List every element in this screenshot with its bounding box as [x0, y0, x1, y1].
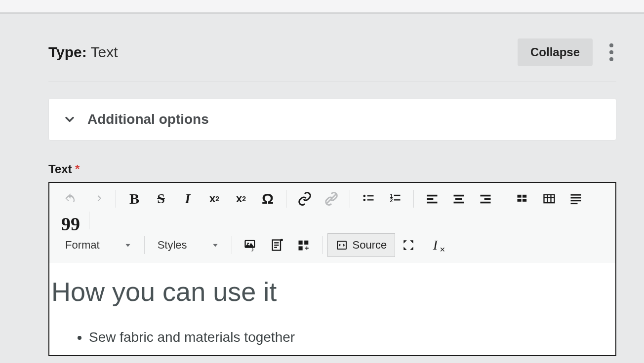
strikethrough-button[interactable]: S	[148, 188, 174, 210]
superscript-button[interactable]: x2	[201, 188, 228, 210]
table-icon	[542, 192, 556, 206]
toolbar-separator	[89, 212, 89, 229]
justify-button[interactable]	[563, 188, 589, 210]
subscript-button[interactable]: x2	[228, 188, 254, 210]
svg-point-3	[363, 199, 366, 201]
type-prefix: Type:	[48, 44, 87, 60]
svg-text:♪: ♪	[251, 246, 254, 252]
remove-format-button[interactable]: I✕	[422, 234, 448, 256]
toolbar-separator	[286, 190, 286, 208]
align-left-icon	[425, 192, 439, 206]
format-dropdown[interactable]: Format	[57, 234, 139, 256]
svg-marker-30	[125, 244, 130, 247]
justify-icon	[569, 192, 583, 206]
styles-dropdown-label: Styles	[158, 239, 187, 252]
svg-rect-43	[298, 246, 302, 250]
blockquote-button[interactable]: 99	[57, 210, 84, 231]
svg-rect-28	[571, 200, 581, 201]
svg-marker-49	[410, 247, 414, 250]
insert-media-button[interactable]: ♪	[237, 234, 264, 256]
italic-button[interactable]: I	[174, 188, 201, 210]
align-center-icon	[452, 192, 466, 206]
insert-grid-button[interactable]	[509, 188, 536, 210]
svg-rect-29	[571, 203, 578, 204]
svg-rect-2	[367, 195, 374, 196]
svg-rect-19	[523, 195, 526, 198]
svg-marker-48	[404, 247, 407, 250]
svg-rect-10	[427, 198, 434, 200]
type-label: Type: Text	[48, 44, 118, 61]
media-icon: ♪	[243, 238, 257, 252]
toolbar-separator	[350, 190, 350, 208]
svg-rect-8	[394, 199, 401, 200]
svg-rect-11	[427, 202, 438, 204]
maximize-button[interactable]	[395, 234, 422, 256]
field-label: Text	[48, 162, 72, 176]
svg-rect-26	[571, 194, 581, 196]
unlink-icon	[324, 191, 339, 206]
link-button[interactable]	[291, 188, 318, 210]
format-dropdown-label: Format	[65, 239, 100, 252]
svg-text:2: 2	[390, 197, 393, 203]
bullet-list-button[interactable]	[355, 188, 382, 210]
required-indicator: *	[75, 162, 80, 176]
svg-rect-13	[455, 198, 462, 200]
svg-rect-22	[544, 195, 555, 203]
chevron-down-icon	[63, 112, 77, 126]
app-header-strip	[0, 0, 644, 14]
source-icon	[336, 239, 348, 251]
unlink-button[interactable]	[318, 188, 345, 210]
svg-marker-31	[213, 244, 217, 247]
svg-rect-18	[518, 195, 522, 198]
additional-options-toggle[interactable]: Additional options	[48, 98, 616, 141]
toolbar-separator	[322, 236, 322, 254]
insert-table-button[interactable]	[536, 188, 563, 210]
svg-rect-9	[427, 195, 438, 197]
toolbar-separator	[413, 190, 414, 208]
svg-rect-14	[454, 202, 464, 204]
type-value: Text	[91, 44, 118, 60]
bold-button[interactable]: B	[121, 188, 148, 210]
numbered-list-button[interactable]: 12	[382, 188, 408, 210]
svg-rect-16	[484, 198, 491, 200]
caret-down-icon	[124, 242, 131, 249]
block-header: Type: Text Collapse	[48, 38, 616, 81]
toolbar-separator	[144, 236, 145, 254]
more-actions-button[interactable]	[606, 38, 616, 66]
toolbar-separator	[232, 236, 232, 254]
source-button-label: Source	[353, 239, 387, 252]
maximize-icon	[402, 239, 415, 252]
editor-content-area[interactable]: How you can use it Sew fabric and materi…	[49, 262, 615, 355]
svg-rect-4	[367, 199, 374, 200]
editor-toolbar: B S I x2 x2 Ω 12	[49, 183, 615, 262]
rich-text-editor: B S I x2 x2 Ω 12	[48, 182, 616, 356]
svg-rect-21	[523, 199, 526, 202]
redo-button[interactable]	[84, 188, 111, 210]
insert-template-button[interactable]	[264, 234, 290, 256]
source-button[interactable]: Source	[327, 233, 396, 257]
align-right-icon	[479, 192, 492, 206]
content-heading: How you can use it	[51, 276, 610, 307]
special-char-button[interactable]: Ω	[254, 188, 281, 210]
align-left-button[interactable]	[419, 188, 445, 210]
toolbar-separator	[504, 190, 504, 208]
insert-block-button[interactable]: +	[290, 234, 317, 256]
align-right-button[interactable]	[472, 188, 499, 210]
svg-rect-41	[298, 241, 302, 245]
caret-down-icon	[212, 242, 219, 249]
content-list: Sew fabric and materials together	[54, 329, 610, 345]
styles-dropdown[interactable]: Styles	[150, 234, 227, 256]
toolbar-separator	[116, 190, 116, 208]
svg-rect-6	[394, 195, 401, 196]
undo-icon	[64, 192, 78, 206]
collapse-button[interactable]: Collapse	[518, 38, 593, 66]
blocks-icon: +	[297, 238, 311, 252]
grid-icon	[516, 192, 529, 206]
additional-options-label: Additional options	[87, 111, 209, 127]
svg-rect-15	[481, 195, 491, 197]
undo-button[interactable]	[57, 188, 84, 210]
svg-text:+: +	[305, 244, 309, 252]
svg-marker-46	[404, 240, 407, 244]
align-center-button[interactable]	[445, 188, 472, 210]
svg-point-1	[363, 195, 366, 197]
